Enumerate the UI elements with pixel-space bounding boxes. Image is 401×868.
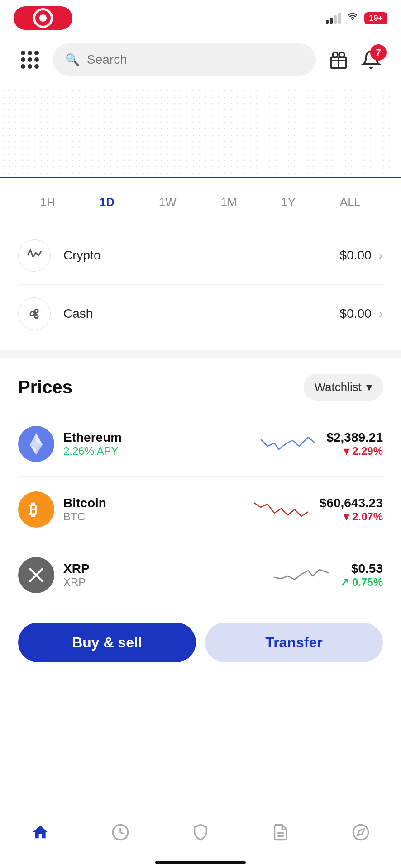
- target-logo-inner: [39, 14, 47, 22]
- ethereum-price-info: $2,389.21 ▾ 2.29%: [326, 430, 383, 458]
- ethereum-apy: 2.26% APY: [63, 445, 249, 458]
- svg-point-12: [353, 825, 368, 840]
- cash-chevron-icon: ›: [379, 307, 383, 321]
- target-logo-circle: [33, 8, 53, 28]
- watchlist-label: Watchlist: [315, 380, 362, 394]
- watchlist-button[interactable]: Watchlist ▾: [304, 374, 383, 401]
- time-filter-1d[interactable]: 1D: [92, 191, 122, 214]
- portfolio-cash-item[interactable]: Cash $0.00 ›: [18, 285, 383, 343]
- time-filters: 1H 1D 1W 1M 1Y ALL: [0, 178, 401, 226]
- portfolio-crypto-item[interactable]: Crypto $0.00 ›: [18, 226, 383, 285]
- chart-container[interactable]: [0, 88, 401, 178]
- xrp-change: ↗ 0.75%: [340, 576, 383, 589]
- time-filter-1w[interactable]: 1W: [152, 191, 184, 214]
- watchlist-chevron-icon: ▾: [366, 380, 372, 394]
- svg-text:₿: ₿: [29, 501, 37, 518]
- time-filter-1h[interactable]: 1H: [33, 191, 62, 214]
- time-filter-1m[interactable]: 1M: [213, 191, 244, 214]
- document-icon: [272, 823, 290, 841]
- xrp-chart: [272, 561, 331, 589]
- xrp-logo: [18, 557, 54, 593]
- header: 🔍 7: [0, 36, 401, 83]
- ethereum-info: Ethereum 2.26% APY: [63, 430, 249, 458]
- section-divider: [0, 350, 401, 358]
- buy-sell-button[interactable]: Buy & sell: [18, 623, 196, 662]
- svg-point-1: [30, 312, 34, 316]
- wifi-icon: [346, 11, 359, 25]
- cash-portfolio-label: Cash: [63, 307, 340, 321]
- prices-header: Prices Watchlist ▾: [18, 358, 383, 411]
- svg-point-3: [35, 315, 38, 318]
- time-filter-1y[interactable]: 1Y: [274, 191, 303, 214]
- history-icon: [111, 823, 129, 841]
- chart-dot-pattern: [0, 88, 401, 177]
- xrp-sub: XRP: [63, 576, 263, 589]
- search-input[interactable]: [87, 52, 303, 67]
- svg-point-2: [35, 309, 38, 313]
- xrp-item[interactable]: XRP XRP $0.53 ↗ 0.75%: [18, 542, 383, 608]
- battery-indicator: 19+: [364, 12, 387, 24]
- xrp-info: XRP XRP: [63, 561, 263, 589]
- transfer-label: Transfer: [265, 634, 322, 651]
- xrp-price: $0.53: [340, 561, 383, 576]
- bitcoin-price-info: $60,643.23 ▾ 2.07%: [320, 496, 383, 523]
- ethereum-logo: [18, 426, 54, 462]
- status-bar: 19+: [0, 0, 401, 36]
- ethereum-item[interactable]: Ethereum 2.26% APY $2,389.21 ▾ 2.29%: [18, 411, 383, 477]
- shield-icon: [191, 823, 210, 841]
- prices-section: Prices Watchlist ▾ Ethereum 2.26% APY $2…: [0, 358, 401, 608]
- cash-portfolio-icon: [18, 297, 51, 330]
- bitcoin-change: ▾ 2.07%: [320, 510, 383, 523]
- bottom-navigation: [0, 805, 401, 868]
- crypto-portfolio-value: $0.00: [340, 248, 372, 263]
- bitcoin-name: Bitcoin: [63, 496, 243, 510]
- status-right: 19+: [326, 11, 387, 25]
- notification-button[interactable]: 7: [359, 48, 383, 71]
- ethereum-change: ▾ 2.29%: [326, 445, 383, 458]
- transfer-button[interactable]: Transfer: [205, 623, 383, 662]
- xrp-name: XRP: [63, 561, 263, 576]
- signal-bars: [326, 13, 341, 24]
- grid-menu-icon[interactable]: [18, 48, 42, 71]
- search-bar[interactable]: 🔍: [53, 43, 316, 76]
- nav-portfolio[interactable]: [258, 814, 303, 850]
- bitcoin-item[interactable]: ₿ Bitcoin BTC $60,643.23 ▾ 2.07%: [18, 477, 383, 542]
- xrp-price-info: $0.53 ↗ 0.75%: [340, 561, 383, 589]
- bitcoin-info: Bitcoin BTC: [63, 496, 243, 523]
- home-indicator: [155, 861, 246, 864]
- compass-icon: [352, 823, 370, 841]
- gift-button[interactable]: [327, 48, 350, 71]
- ethereum-chart: [258, 430, 317, 458]
- nav-security[interactable]: [178, 814, 223, 850]
- portfolio-section: Crypto $0.00 › Cash $0.00 ›: [0, 226, 401, 343]
- notification-count: 7: [370, 44, 387, 61]
- bitcoin-price: $60,643.23: [320, 496, 383, 510]
- nav-explore[interactable]: [338, 814, 383, 850]
- bitcoin-logo: ₿: [18, 491, 54, 528]
- time-filter-all[interactable]: ALL: [333, 191, 368, 214]
- prices-title: Prices: [18, 377, 72, 397]
- bottom-action-buttons: Buy & sell Transfer: [0, 608, 401, 677]
- grid-dots: [21, 51, 39, 69]
- nav-home[interactable]: [18, 814, 63, 850]
- crypto-portfolio-label: Crypto: [63, 248, 340, 263]
- cash-portfolio-value: $0.00: [340, 307, 372, 321]
- bitcoin-sub: BTC: [63, 510, 243, 523]
- home-icon: [31, 823, 49, 841]
- chart-section: [0, 88, 401, 178]
- app-logo: [14, 6, 72, 30]
- header-actions: 7: [327, 48, 383, 71]
- nav-history[interactable]: [98, 814, 143, 850]
- ethereum-name: Ethereum: [63, 430, 249, 445]
- buy-sell-label: Buy & sell: [72, 634, 142, 651]
- bitcoin-chart: [252, 496, 310, 523]
- crypto-portfolio-icon: [18, 239, 51, 272]
- ethereum-price: $2,389.21: [326, 430, 383, 445]
- svg-marker-13: [358, 829, 364, 835]
- crypto-chevron-icon: ›: [379, 248, 383, 263]
- search-icon: 🔍: [65, 53, 80, 67]
